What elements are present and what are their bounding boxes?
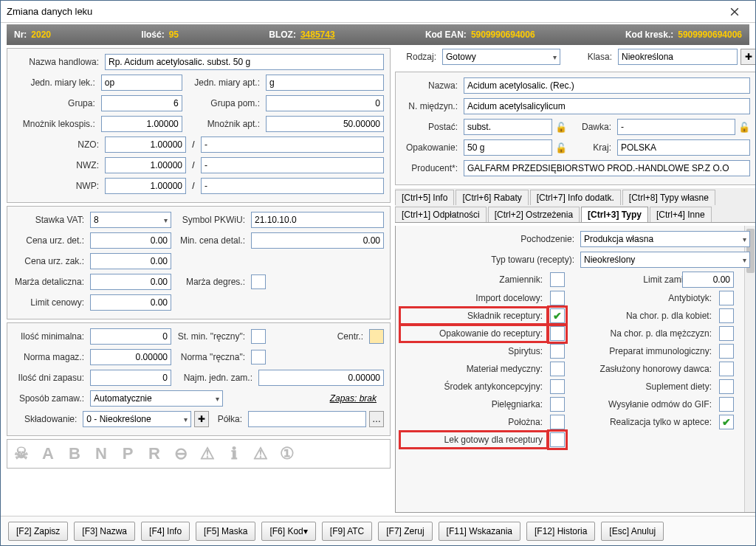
nwp-input[interactable] <box>105 178 186 194</box>
tab-typy-wlasne[interactable]: [Ctrl+8] Typy własne <box>622 190 715 205</box>
producent-input[interactable] <box>464 160 750 176</box>
antykon-check[interactable] <box>550 379 565 394</box>
limit-zam-input[interactable] <box>682 272 734 288</box>
lek-got-check[interactable] <box>550 432 565 447</box>
typ-tow-select[interactable]: Nieokreślony <box>580 252 750 268</box>
f5-maska-button[interactable]: [F5] Maska <box>196 522 255 541</box>
cena-det-input[interactable] <box>90 232 171 249</box>
nzo-input[interactable] <box>105 136 186 153</box>
f11-wskazania-button[interactable]: [F11] Wskazania <box>439 522 520 541</box>
grupa-pom-input[interactable] <box>266 95 384 111</box>
b-icon: B <box>65 444 84 463</box>
rodzaj-select[interactable]: Gotowy <box>442 49 560 65</box>
f9-atc-button[interactable]: [F9] ATC <box>322 522 372 541</box>
ean-label: Kod EAN: <box>425 30 467 40</box>
mnoznik-lek-input[interactable] <box>101 116 182 132</box>
tab-scrollbar[interactable] <box>744 226 755 512</box>
norma-mag-input[interactable] <box>90 349 171 365</box>
opak-input[interactable] <box>464 139 552 156</box>
zamiennik-check[interactable] <box>550 272 565 287</box>
f4-info-button[interactable]: [F4] Info <box>141 522 190 541</box>
dawca-check[interactable] <box>719 362 734 376</box>
import-check[interactable] <box>550 291 565 305</box>
close-button[interactable] <box>720 1 749 22</box>
opak-rec-check[interactable] <box>550 326 565 341</box>
sklad-select[interactable]: 0 - Nieokreślone <box>83 411 190 427</box>
skladnik-label: Składnik receptury: <box>402 309 546 322</box>
tab-info-dodatk[interactable]: [Ctrl+7] Info dodatk. <box>530 190 621 205</box>
sposob-select[interactable]: Automatycznie <box>90 390 223 407</box>
opak-label: Opakowanie: <box>402 142 461 153</box>
tab-info[interactable]: [Ctrl+5] Info <box>395 190 454 205</box>
spirytus-check[interactable] <box>550 344 565 359</box>
ilosc-min-input[interactable] <box>90 328 171 345</box>
jedn-apt-input[interactable] <box>266 75 384 91</box>
pkwiu-input[interactable] <box>251 212 384 228</box>
centr-check[interactable] <box>369 329 384 344</box>
nazwa-input[interactable] <box>464 77 750 94</box>
min-detal-input[interactable] <box>251 232 384 249</box>
sklad-add-button[interactable]: ✚ <box>194 411 209 427</box>
kresk-value: 5909990694006 <box>678 30 742 40</box>
tab-ostrzezenia[interactable]: [Ctrl+2] Ostrzeżenia <box>488 207 580 222</box>
nwz2-input[interactable] <box>201 157 384 173</box>
f3-nazwa-button[interactable]: [F3] Nazwa <box>74 522 135 541</box>
dawka-input[interactable] <box>617 119 735 135</box>
tab-rabaty[interactable]: [Ctrl+6] Rabaty <box>456 190 528 205</box>
immun-check[interactable] <box>719 344 734 359</box>
kraj-input[interactable] <box>617 139 750 156</box>
lock-icon[interactable]: 🔓 <box>555 122 567 133</box>
f2-zapisz-button[interactable]: [F2] Zapisz <box>8 522 68 541</box>
vat-select[interactable]: 8 <box>90 212 171 228</box>
nwz-input[interactable] <box>105 157 186 173</box>
cena-zak-input[interactable] <box>90 253 171 269</box>
antybiotyk-check[interactable] <box>719 291 734 305</box>
gif-check[interactable] <box>719 397 734 412</box>
ilosc-dni-input[interactable] <box>90 370 171 386</box>
f12-historia-button[interactable]: [F12] Historia <box>526 522 595 541</box>
nzo2-input[interactable] <box>201 136 384 153</box>
mat-med-check[interactable] <box>550 362 565 376</box>
skull-icon: ☠ <box>12 444 31 463</box>
postac-input[interactable] <box>464 119 552 135</box>
minus-icon: ⊖ <box>171 444 190 463</box>
ilosc-value: 95 <box>169 30 179 40</box>
bloz-value[interactable]: 3485743 <box>300 30 335 40</box>
tab-inne[interactable]: [Ctrl+4] Inne <box>650 207 712 222</box>
nazwa-handlowa-input[interactable] <box>105 54 384 70</box>
marza-degres-check[interactable] <box>251 274 266 289</box>
f7-zeruj-button[interactable]: [F7] Zeruj <box>378 522 432 541</box>
immun-label: Preparat immunologiczny: <box>571 346 715 356</box>
pochodz-select[interactable]: Produkcja własna <box>580 231 750 247</box>
klasa-add-button[interactable]: ✚ <box>740 49 755 65</box>
f6-kod-button[interactable]: [F6] Kod▾ <box>261 522 315 541</box>
lock3-icon[interactable]: 🔓 <box>555 142 567 153</box>
polozna-check[interactable] <box>550 415 565 429</box>
st-min-check[interactable] <box>251 329 266 344</box>
marza-det-input[interactable] <box>90 274 171 290</box>
esc-anuluj-button[interactable]: [Esc] Anuluj <box>601 522 664 541</box>
polka-browse-button[interactable]: … <box>369 411 384 427</box>
nwp2-input[interactable] <box>201 178 384 194</box>
grupa-input[interactable] <box>101 95 182 111</box>
sklad-label: Składowanie: <box>13 414 80 424</box>
realiz-check[interactable] <box>719 415 734 429</box>
norma-recz-check[interactable] <box>251 350 266 364</box>
tab-typy[interactable]: [Ctrl+3] Typy <box>581 207 648 222</box>
skladnik-check[interactable] <box>550 308 565 323</box>
suplement-check[interactable] <box>719 379 734 394</box>
chor-m-check[interactable] <box>719 326 734 341</box>
jedn-lek-input[interactable] <box>101 75 182 91</box>
tab-odplatnosci[interactable]: [Ctrl+1] Odpłatności <box>395 207 487 222</box>
miedzyn-input[interactable] <box>464 98 750 114</box>
pieleg-check[interactable] <box>550 397 565 412</box>
limit-input[interactable] <box>90 294 171 311</box>
bloz-label: BLOZ: <box>269 30 296 40</box>
polka-input[interactable] <box>248 411 366 427</box>
klasa-label: Klasa: <box>578 52 615 62</box>
chor-k-check[interactable] <box>719 308 734 323</box>
lock2-icon[interactable]: 🔓 <box>738 122 750 133</box>
mnoznik-apt-input[interactable] <box>266 116 384 132</box>
najm-jedn-input[interactable] <box>258 370 384 386</box>
klasa-input[interactable] <box>618 49 738 65</box>
